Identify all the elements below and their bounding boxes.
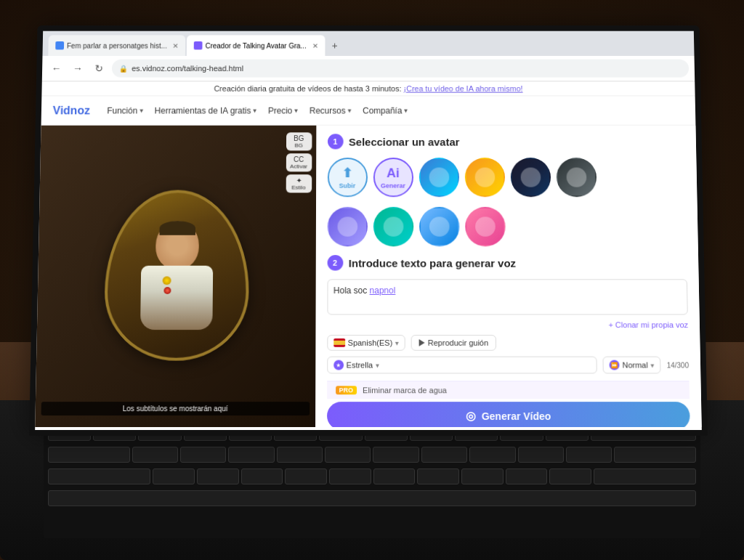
speed-icon: ⏩ — [609, 360, 619, 370]
pro-bar-text: Eliminar marca de agua — [363, 386, 447, 394]
key-enter[interactable] — [594, 468, 696, 484]
key-enter-top[interactable] — [614, 447, 696, 463]
speed-selector[interactable]: ⏩ Normal ▾ — [602, 357, 660, 374]
avatar-face-circle-2 — [474, 168, 495, 187]
language-selector[interactable]: Spanish(ES) ▾ — [327, 335, 405, 351]
step2-badge: 2 — [327, 255, 343, 271]
back-button[interactable]: ← — [48, 60, 65, 77]
banner-link[interactable]: ¡Crea tu vídeo de IA ahora mismo! — [403, 84, 522, 92]
avatar-1[interactable] — [418, 158, 458, 197]
tab-label-1: Fem parlar a personatges hist... — [67, 41, 167, 49]
avatar-face-circle-4 — [566, 168, 586, 187]
key[interactable] — [566, 447, 612, 463]
pro-badge: PRO — [336, 386, 357, 394]
key[interactable] — [469, 447, 515, 463]
text-area-container[interactable]: Hola soc napnol — [327, 279, 688, 315]
tab-favicon-1 — [55, 41, 64, 49]
key[interactable] — [373, 447, 418, 463]
avatar-face-circle-6 — [383, 216, 403, 236]
avatar-6[interactable] — [373, 207, 413, 247]
figure-hair — [159, 221, 195, 235]
step2-header: 2 Introduce texto para generar voz — [327, 255, 687, 271]
key[interactable] — [417, 468, 459, 484]
right-panel: 1 Seleccionar un avatar ⬆ Subir Ai Gener… — [315, 126, 702, 427]
nav-item-herramientas[interactable]: Herramientas de IA gratis ▾ — [155, 105, 257, 115]
browser-chrome: Fem parlar a personatges hist... ✕ Cread… — [42, 31, 695, 82]
main-content: Los subtítulos se mostrarán aquí BG BG C… — [35, 126, 702, 427]
avatar-3[interactable] — [510, 158, 551, 197]
star-icon: ★ — [333, 360, 344, 370]
medal-2 — [163, 287, 171, 294]
avatar-grid-row1: ⬆ Subir Ai Generar — [327, 158, 685, 197]
avatar-5[interactable] — [327, 207, 367, 247]
tab-close-1[interactable]: ✕ — [173, 41, 179, 49]
key[interactable] — [241, 468, 283, 484]
video-preview: Los subtítulos se mostrarán aquí BG BG C… — [35, 126, 316, 427]
ai-generate-icon: Ai — [387, 166, 400, 180]
voice-selector[interactable]: ★ Estrella ▾ — [327, 357, 597, 374]
key[interactable] — [373, 468, 416, 484]
generate-video-icon: ◎ — [466, 409, 476, 423]
spain-flag-icon — [333, 338, 345, 347]
key[interactable] — [329, 468, 371, 484]
address-bar[interactable]: 🔒 es.vidnoz.com/talking-head.html — [112, 60, 690, 78]
brand-logo: Vidnoz — [52, 104, 89, 116]
avatar-8[interactable] — [465, 207, 506, 247]
generate-video-label: Generar Vídeo — [482, 410, 551, 422]
avatar-4[interactable] — [556, 158, 597, 197]
key[interactable] — [132, 447, 178, 463]
bg-control-button[interactable]: BG BG — [286, 132, 312, 150]
chevron-down-icon: ▾ — [376, 361, 379, 369]
banner-text: Creación diaria gratuita de vídeos de ha… — [214, 84, 401, 92]
text-link[interactable]: napnol — [370, 285, 396, 296]
site-navigation: Vidnoz Función ▾ Herramientas de IA grat… — [41, 96, 696, 125]
key[interactable] — [461, 468, 504, 484]
subtitle-text: Los subtítulos se mostrarán aquí — [123, 405, 228, 413]
tab-inactive[interactable]: Fem parlar a personatges hist... ✕ — [48, 35, 185, 56]
key[interactable] — [506, 468, 548, 484]
key-caps[interactable] — [48, 468, 150, 484]
avatar-face-circle-5 — [337, 216, 357, 236]
nav-item-funcion[interactable]: Función ▾ — [107, 105, 143, 115]
key[interactable] — [228, 447, 274, 463]
nav-item-precio[interactable]: Precio ▾ — [268, 105, 298, 115]
key-space[interactable] — [48, 490, 696, 506]
new-tab-button[interactable]: + — [326, 37, 343, 54]
key[interactable] — [518, 447, 564, 463]
style-control-button[interactable]: ✦ Estilo — [286, 174, 312, 192]
site-banner: Creación diaria gratuita de vídeos de ha… — [41, 81, 695, 96]
nav-item-compania[interactable]: Compañía ▾ — [363, 105, 408, 115]
cc-control-button[interactable]: CC Activar — [286, 153, 312, 171]
tab-active[interactable]: Creador de Talking Avatar Gra... ✕ — [187, 35, 325, 56]
avatar-7[interactable] — [419, 207, 460, 247]
nav-item-recursos[interactable]: Recursos ▾ — [310, 105, 352, 115]
key[interactable] — [197, 468, 239, 484]
generate-avatar-button[interactable]: Ai Generar — [373, 158, 413, 197]
voice-label: Estrella — [347, 361, 373, 370]
avatar-face-5 — [328, 208, 365, 245]
key[interactable] — [153, 468, 195, 484]
step1-title: Seleccionar un avatar — [349, 136, 459, 147]
tab-label-2: Creador de Talking Avatar Gra... — [206, 41, 307, 49]
upload-avatar-button[interactable]: ⬆ Subir — [327, 158, 367, 197]
generate-video-button[interactable]: ◎ Generar Vídeo — [327, 402, 690, 427]
chevron-down-icon: ▾ — [348, 107, 352, 115]
key-tab[interactable] — [48, 447, 130, 463]
tab-close-2[interactable]: ✕ — [312, 41, 318, 49]
key[interactable] — [549, 468, 591, 484]
key[interactable] — [325, 447, 371, 463]
key[interactable] — [180, 447, 226, 463]
key[interactable] — [285, 468, 327, 484]
avatar-2[interactable] — [464, 158, 505, 197]
avatar-face-circle-3 — [520, 168, 541, 187]
play-label: Reproducir guión — [428, 338, 488, 347]
key[interactable] — [277, 447, 323, 463]
forward-button[interactable]: → — [69, 60, 86, 77]
reload-button[interactable]: ↻ — [90, 60, 108, 77]
figure-body — [140, 265, 213, 329]
step2-title: Introduce texto para generar voz — [349, 257, 516, 269]
key[interactable] — [421, 447, 467, 463]
clone-voice-link[interactable]: + Clonar mi propia voz — [327, 320, 688, 329]
url-text: es.vidnoz.com/talking-head.html — [132, 64, 243, 72]
play-script-button[interactable]: Reproducir guión — [411, 335, 496, 351]
